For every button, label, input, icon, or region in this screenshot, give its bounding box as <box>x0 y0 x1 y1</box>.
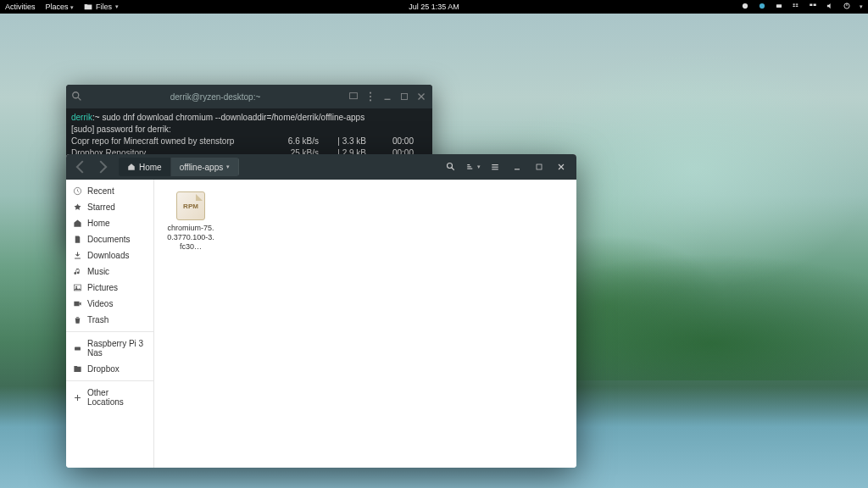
sidebar-item-starred[interactable]: Starred <box>66 199 153 215</box>
sidebar-divider <box>66 331 153 332</box>
svg-rect-19 <box>467 169 472 169</box>
clock[interactable]: Jul 25 1:35 AM <box>409 3 459 11</box>
svg-rect-23 <box>515 169 520 169</box>
tray-chevron-icon[interactable]: ▾ <box>860 3 863 10</box>
maximize-button[interactable] <box>398 91 410 103</box>
svg-rect-24 <box>537 164 542 169</box>
path-segment-current[interactable]: offline-apps ▾ <box>171 158 240 176</box>
home-icon <box>127 163 136 171</box>
sidebar-divider <box>66 380 153 381</box>
sidebar-mount-dropbox[interactable]: Dropbox <box>66 361 153 377</box>
tray-volume-icon[interactable] <box>826 2 834 12</box>
svg-rect-14 <box>402 94 408 100</box>
svg-point-12 <box>370 99 371 101</box>
sidebar-other-locations[interactable]: Other Locations <box>66 385 153 410</box>
files-menu[interactable]: Files ▾ <box>84 3 119 11</box>
tray-app-icon[interactable] <box>758 2 766 12</box>
svg-rect-18 <box>467 166 471 167</box>
svg-rect-2 <box>776 4 782 8</box>
tray-workspace-icon[interactable] <box>809 2 817 12</box>
tray-indicator-icon[interactable] <box>775 2 783 12</box>
maximize-button[interactable] <box>529 158 549 176</box>
svg-rect-20 <box>492 164 498 165</box>
files-header: Home offline-apps ▾ ▾ <box>66 154 576 180</box>
top-panel: Activities Places ▾ Files ▾ Jul 25 1:35 … <box>0 0 868 14</box>
sidebar-item-videos[interactable]: Videos <box>66 296 153 312</box>
sidebar-mount-nas[interactable]: Raspberry Pi 3 Nas <box>66 336 153 361</box>
path-segment-home[interactable]: Home <box>119 158 171 176</box>
svg-point-0 <box>743 3 748 8</box>
svg-rect-22 <box>492 169 498 169</box>
folder-icon <box>84 3 92 11</box>
terminal-menu-icon[interactable] <box>364 91 376 103</box>
sidebar-item-home[interactable]: Home <box>66 215 153 231</box>
tray-discord-icon[interactable] <box>741 2 749 12</box>
svg-point-10 <box>370 92 371 94</box>
chevron-down-icon: ▾ <box>226 164 230 170</box>
terminal-newtab-icon[interactable] <box>348 91 359 103</box>
places-menu[interactable]: Places ▾ <box>46 3 75 11</box>
minimize-button[interactable] <box>507 158 527 176</box>
close-button[interactable] <box>551 158 571 176</box>
svg-rect-13 <box>385 99 391 100</box>
terminal-title: derrik@ryzen-desktop:~ <box>88 92 342 102</box>
tray-dropbox-icon[interactable] <box>792 2 800 12</box>
file-item-rpm[interactable]: RPM chromium-75.0.3770.100-3.fc30… <box>163 188 219 255</box>
svg-line-8 <box>78 97 81 101</box>
search-button[interactable] <box>441 158 461 176</box>
sidebar-item-pictures[interactable]: Pictures <box>66 280 153 296</box>
files-window: Home offline-apps ▾ ▾ Recent Starred Hom… <box>66 154 576 468</box>
hamburger-menu-button[interactable] <box>485 158 505 176</box>
tray-power-icon[interactable] <box>843 2 851 12</box>
nav-back-button[interactable] <box>71 158 90 176</box>
sidebar-item-music[interactable]: Music <box>66 263 153 280</box>
svg-rect-29 <box>75 347 81 350</box>
sidebar-item-documents[interactable]: Documents <box>66 231 153 247</box>
terminal-titlebar[interactable]: derrik@ryzen-desktop:~ <box>66 85 432 108</box>
view-options-button[interactable]: ▾ <box>463 158 483 176</box>
svg-rect-21 <box>492 167 498 168</box>
minimize-button[interactable] <box>381 91 393 103</box>
path-bar: Home offline-apps ▾ <box>119 158 239 176</box>
svg-point-11 <box>370 96 371 97</box>
svg-rect-4 <box>814 4 816 7</box>
files-content[interactable]: RPM chromium-75.0.3770.100-3.fc30… <box>154 180 576 468</box>
activities-button[interactable]: Activities <box>5 3 36 11</box>
files-sidebar: Recent Starred Home Documents Downloads … <box>66 180 154 468</box>
file-label: chromium-75.0.3770.100-3.fc30… <box>166 224 215 252</box>
svg-rect-17 <box>467 164 470 165</box>
svg-rect-3 <box>810 4 812 7</box>
sidebar-item-downloads[interactable]: Downloads <box>66 247 153 263</box>
svg-point-15 <box>448 164 453 169</box>
close-button[interactable] <box>415 91 427 103</box>
svg-rect-28 <box>74 302 79 307</box>
sidebar-item-trash[interactable]: Trash <box>66 312 153 328</box>
svg-line-16 <box>452 168 454 170</box>
terminal-search-icon[interactable] <box>71 91 83 103</box>
svg-point-1 <box>760 3 765 8</box>
sidebar-item-recent[interactable]: Recent <box>66 183 153 199</box>
svg-rect-9 <box>350 93 358 99</box>
nav-forward-button[interactable] <box>93 158 112 176</box>
rpm-package-icon: RPM <box>176 191 205 220</box>
svg-point-7 <box>73 92 79 98</box>
